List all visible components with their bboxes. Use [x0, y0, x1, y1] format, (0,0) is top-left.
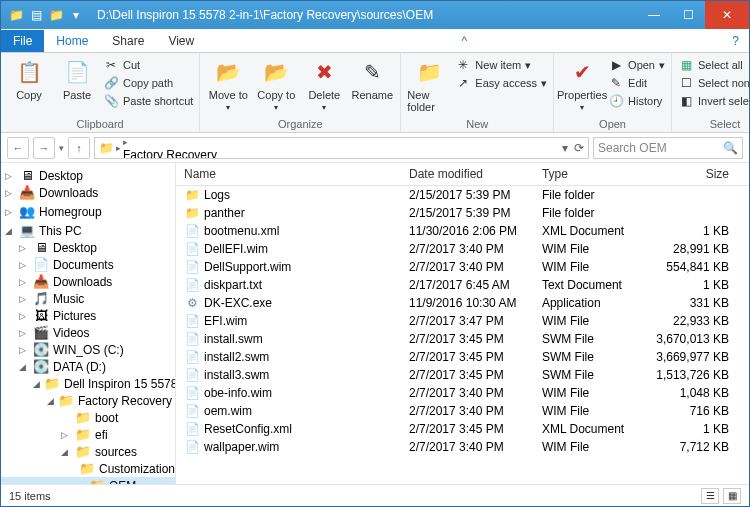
- tree-node[interactable]: ◢💽DATA (D:): [1, 358, 175, 375]
- paste-button[interactable]: 📄Paste: [55, 55, 99, 101]
- tree-node[interactable]: ▷🎵Music: [1, 290, 175, 307]
- explorer-icon: 📁: [7, 6, 25, 24]
- group-clipboard-label: Clipboard: [7, 118, 193, 132]
- table-row[interactable]: 📄install.swm2/7/2017 3:45 PMSWM File3,67…: [176, 330, 749, 348]
- back-button[interactable]: ←: [7, 137, 29, 159]
- tab-home[interactable]: Home: [44, 30, 100, 52]
- tree-node[interactable]: 📁Customizations: [1, 460, 175, 477]
- status-bar: 15 items ☰ ▦: [1, 484, 749, 506]
- tab-file[interactable]: File: [1, 30, 44, 52]
- table-row[interactable]: 📄DellEFI.wim2/7/2017 3:40 PMWIM File28,9…: [176, 240, 749, 258]
- file-list[interactable]: Name Date modified Type Size 📁Logs2/15/2…: [176, 163, 749, 484]
- content: ▷🖥Desktop▷📥Downloads▷👥Homegroup◢💻This PC…: [1, 163, 749, 484]
- move-to-button[interactable]: 📂Move to▾: [206, 55, 250, 112]
- search-icon: 🔍: [723, 141, 738, 155]
- tree-node[interactable]: ▷📥Downloads: [1, 273, 175, 290]
- tree-node[interactable]: 📁boot: [1, 409, 175, 426]
- table-row[interactable]: 📄install2.swm2/7/2017 3:45 PMSWM File3,6…: [176, 348, 749, 366]
- tab-view[interactable]: View: [156, 30, 206, 52]
- table-row[interactable]: 📄oem.wim2/7/2017 3:40 PMWIM File716 KB: [176, 402, 749, 420]
- ribbon-collapse-icon[interactable]: ^: [451, 30, 477, 52]
- table-row[interactable]: 📄install3.swm2/7/2017 3:45 PMSWM File1,5…: [176, 366, 749, 384]
- copy-button[interactable]: 📋Copy: [7, 55, 51, 101]
- table-row[interactable]: 📁Logs2/15/2017 5:39 PMFile folder: [176, 186, 749, 205]
- paste-shortcut-button[interactable]: 📎Paste shortcut: [103, 93, 193, 109]
- col-type[interactable]: Type: [534, 163, 641, 186]
- tree-node[interactable]: ◢📁Factory Recovery: [1, 392, 175, 409]
- table-row[interactable]: 📄ResetConfig.xml2/7/2017 3:45 PMXML Docu…: [176, 420, 749, 438]
- refresh-icon[interactable]: ⟳: [570, 141, 584, 155]
- col-size[interactable]: Size: [641, 163, 749, 186]
- tree-node[interactable]: ◢📁sources: [1, 443, 175, 460]
- tree-node[interactable]: ▷💽WIN_OS (C:): [1, 341, 175, 358]
- new-folder-button[interactable]: 📁New folder: [407, 55, 451, 113]
- col-date[interactable]: Date modified: [401, 163, 534, 186]
- quick-access-toolbar: 📁 ▤ 📁 ▾: [7, 6, 85, 24]
- nav-tree[interactable]: ▷🖥Desktop▷📥Downloads▷👥Homegroup◢💻This PC…: [1, 163, 176, 484]
- up-button[interactable]: ↑: [68, 137, 90, 159]
- search-box[interactable]: Search OEM 🔍: [593, 137, 743, 159]
- tree-node[interactable]: ▷🎬Videos: [1, 324, 175, 341]
- table-row[interactable]: ⚙DK-EXC.exe11/9/2016 10:30 AMApplication…: [176, 294, 749, 312]
- address-dropdown-icon[interactable]: ▾: [562, 141, 568, 155]
- properties-button[interactable]: ✔Properties▾: [560, 55, 604, 112]
- table-row[interactable]: 📄DellSupport.wim2/7/2017 3:40 PMWIM File…: [176, 258, 749, 276]
- maximize-button[interactable]: ☐: [671, 1, 705, 29]
- table-row[interactable]: 📄obe-info.wim2/7/2017 3:40 PMWIM File1,0…: [176, 384, 749, 402]
- new-item-button[interactable]: ✳New item ▾: [455, 57, 547, 73]
- status-count: 15 items: [9, 490, 51, 502]
- tree-node[interactable]: ▷🖥Desktop: [1, 239, 175, 256]
- tree-node[interactable]: ▷👥Homegroup: [1, 203, 175, 220]
- table-row[interactable]: 📄bootmenu.xml11/30/2016 2:06 PMXML Docum…: [176, 222, 749, 240]
- tab-share[interactable]: Share: [100, 30, 156, 52]
- history-button[interactable]: 🕘History: [608, 93, 665, 109]
- tree-node[interactable]: ◢📁Dell Inspiron 15 5578 2-in-1: [1, 375, 175, 392]
- group-new-label: New: [407, 118, 547, 132]
- forward-button[interactable]: →: [33, 137, 55, 159]
- open-button[interactable]: ▶Open ▾: [608, 57, 665, 73]
- table-row[interactable]: 📄diskpart.txt2/17/2017 6:45 AMText Docum…: [176, 276, 749, 294]
- titlebar: 📁 ▤ 📁 ▾ D:\Dell Inspiron 15 5578 2-in-1\…: [1, 1, 749, 29]
- address-bar[interactable]: 📁▸ This PC▸DATA (D:)▸Dell Inspiron 15 55…: [94, 137, 589, 159]
- view-details-icon[interactable]: ☰: [701, 488, 719, 504]
- col-name[interactable]: Name: [176, 163, 401, 186]
- qat-dropdown-icon[interactable]: ▾: [67, 6, 85, 24]
- group-open: ✔Properties▾ ▶Open ▾ ✎Edit 🕘History Open: [554, 53, 672, 132]
- help-icon[interactable]: ?: [722, 30, 749, 52]
- ribbon-tabs: File Home Share View ^ ?: [1, 29, 749, 53]
- navbar: ← → ▾ ↑ 📁▸ This PC▸DATA (D:)▸Dell Inspir…: [1, 133, 749, 163]
- select-none-button[interactable]: ☐Select none: [678, 75, 750, 91]
- table-row[interactable]: 📄EFI.wim2/7/2017 3:47 PMWIM File22,933 K…: [176, 312, 749, 330]
- tree-node[interactable]: 📁OEM: [1, 477, 175, 484]
- copy-path-button[interactable]: 🔗Copy path: [103, 75, 193, 91]
- delete-button[interactable]: ✖Delete▾: [302, 55, 346, 112]
- minimize-button[interactable]: —: [637, 1, 671, 29]
- group-open-label: Open: [560, 118, 665, 132]
- breadcrumb-3[interactable]: Factory Recovery: [123, 148, 270, 159]
- tree-node[interactable]: ◢💻This PC: [1, 222, 175, 239]
- select-all-button[interactable]: ▦Select all: [678, 57, 750, 73]
- qat-newfolder-icon[interactable]: 📁: [47, 6, 65, 24]
- view-large-icon[interactable]: ▦: [723, 488, 741, 504]
- table-row[interactable]: 📄wallpaper.wim2/7/2017 3:40 PMWIM File7,…: [176, 438, 749, 456]
- recent-locations-icon[interactable]: ▾: [59, 143, 64, 153]
- close-button[interactable]: ✕: [705, 1, 749, 29]
- group-select: ▦Select all ☐Select none ◧Invert selecti…: [672, 53, 750, 132]
- edit-button[interactable]: ✎Edit: [608, 75, 665, 91]
- window-title: D:\Dell Inspiron 15 5578 2-in-1\Factory …: [93, 8, 637, 22]
- tree-node[interactable]: ▷📄Documents: [1, 256, 175, 273]
- tree-node[interactable]: ▷🖥Desktop: [1, 167, 175, 184]
- tree-node[interactable]: ▷📁efi: [1, 426, 175, 443]
- table-row[interactable]: 📁panther2/15/2017 5:39 PMFile folder: [176, 204, 749, 222]
- chevron-right-icon: ▸: [123, 137, 128, 147]
- tree-node[interactable]: ▷🖼Pictures: [1, 307, 175, 324]
- invert-selection-button[interactable]: ◧Invert selection: [678, 93, 750, 109]
- easy-access-button[interactable]: ↗Easy access ▾: [455, 75, 547, 91]
- rename-button[interactable]: ✎Rename: [350, 55, 394, 101]
- tree-node[interactable]: ▷📥Downloads: [1, 184, 175, 201]
- cut-button[interactable]: ✂Cut: [103, 57, 193, 73]
- qat-properties-icon[interactable]: ▤: [27, 6, 45, 24]
- group-organize-label: Organize: [206, 118, 394, 132]
- group-clipboard: 📋Copy 📄Paste ✂Cut 🔗Copy path 📎Paste shor…: [1, 53, 200, 132]
- copy-to-button[interactable]: 📂Copy to▾: [254, 55, 298, 112]
